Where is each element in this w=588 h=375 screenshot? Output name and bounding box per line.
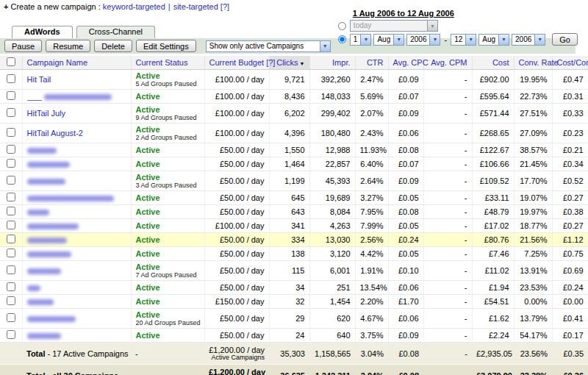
total-impressions-cell: 1,158,565 bbox=[309, 343, 355, 365]
total-budget-cell: £1,200.00 / dayActive Campaigns bbox=[204, 365, 269, 375]
conv-rate-cell: 27.09% bbox=[514, 124, 552, 143]
pause-button[interactable]: Pause bbox=[4, 40, 42, 52]
cost-cell: £595.64 bbox=[472, 90, 514, 104]
campaign-name-link[interactable]: Hit Tail bbox=[27, 75, 51, 84]
cost-cell: £80.76 bbox=[472, 233, 514, 247]
status-badge: Active bbox=[136, 283, 200, 292]
column-header-impr[interactable]: Impr. bbox=[309, 56, 355, 70]
avg-cpm-cell: - bbox=[423, 233, 472, 247]
date-range-dash: - bbox=[444, 35, 447, 44]
status-cell: Active bbox=[131, 247, 204, 261]
row-checkbox[interactable] bbox=[7, 207, 15, 215]
redacted-campaign-name bbox=[27, 179, 65, 185]
total-ctr-cell: 2.94% bbox=[355, 365, 388, 375]
status-badge: Active bbox=[136, 146, 200, 154]
row-checkbox[interactable] bbox=[7, 176, 15, 185]
column-header-current-budget[interactable]: Current Budget [?] bbox=[204, 56, 269, 70]
total-status-cell: - bbox=[131, 365, 204, 375]
total-status-cell: - bbox=[131, 343, 204, 365]
row-checkbox[interactable] bbox=[7, 193, 15, 201]
status-badge: Active bbox=[136, 125, 200, 134]
conv-rate-cell: 54.17% bbox=[514, 329, 552, 343]
column-header-avg-cpc[interactable]: Avg. CPC bbox=[388, 56, 423, 70]
column-header-cost[interactable]: Cost bbox=[472, 56, 514, 70]
to-month-select[interactable]: Aug▼ bbox=[478, 34, 509, 46]
row-checkbox[interactable] bbox=[7, 74, 15, 83]
row-checkbox[interactable] bbox=[7, 145, 15, 154]
avg-cpc-cell: £0.08 bbox=[388, 205, 423, 219]
status-cell: Active3 Ad Groups Paused bbox=[131, 171, 204, 191]
today-radio[interactable] bbox=[338, 22, 346, 30]
edit-settings-button[interactable]: Edit Settings bbox=[136, 40, 196, 52]
cost-per-conv-cell: £1.12 bbox=[552, 233, 588, 247]
campaign-name-link[interactable]: HitTail July bbox=[27, 109, 66, 118]
clicks-cell: 1,550 bbox=[269, 143, 309, 157]
row-checkbox[interactable] bbox=[7, 235, 15, 243]
table-row: HitTail JulyActive9 Ad Groups Paused£100… bbox=[0, 104, 588, 124]
to-day-select[interactable]: 12▼ bbox=[451, 34, 476, 46]
status-cell: Active bbox=[131, 281, 204, 295]
total-label-cell: Total - 17 Active Campaigns bbox=[22, 343, 131, 365]
conv-rate-cell: 38.57% bbox=[514, 143, 552, 157]
row-checkbox[interactable] bbox=[7, 265, 15, 274]
row-checkbox-cell bbox=[0, 247, 22, 261]
clicks-cell: 138 bbox=[269, 247, 309, 261]
row-checkbox[interactable] bbox=[7, 330, 15, 339]
from-year-select[interactable]: 2006▼ bbox=[406, 34, 440, 46]
select-all-checkbox-cell bbox=[0, 56, 22, 70]
clicks-cell: 24 bbox=[269, 329, 309, 343]
redacted-campaign-name bbox=[27, 210, 49, 215]
row-checkbox[interactable] bbox=[7, 313, 15, 322]
row-checkbox[interactable] bbox=[7, 249, 15, 257]
status-badge: Active bbox=[136, 235, 200, 244]
impressions-cell: 148,033 bbox=[309, 90, 355, 104]
today-select[interactable]: today▼ bbox=[350, 20, 438, 32]
total-checkbox-spacer bbox=[0, 365, 22, 375]
campaign-name-cell bbox=[22, 219, 131, 233]
row-checkbox[interactable] bbox=[7, 159, 15, 168]
table-row: Active3 Ad Groups Paused£50.00 / day1,19… bbox=[0, 171, 588, 191]
keyword-targeted-link[interactable]: keyword-targeted bbox=[103, 2, 165, 11]
row-checkbox[interactable] bbox=[7, 282, 15, 291]
campaign-name-cell bbox=[22, 205, 131, 219]
row-checkbox[interactable] bbox=[7, 296, 15, 305]
delete-button[interactable]: Delete bbox=[94, 40, 132, 52]
row-checkbox[interactable] bbox=[7, 108, 15, 117]
tab-adwords[interactable]: AdWords bbox=[12, 26, 73, 38]
custom-range-radio[interactable] bbox=[338, 35, 346, 43]
cost-cell: £2.24 bbox=[472, 329, 514, 343]
row-checkbox[interactable] bbox=[7, 128, 15, 137]
campaign-name-cell bbox=[22, 171, 131, 191]
column-header-campaign-name[interactable]: Campaign Name bbox=[22, 56, 131, 70]
budget-cell: £50.00 / day bbox=[204, 171, 269, 191]
redacted-campaign-name bbox=[27, 268, 61, 274]
avg-cpm-cell: - bbox=[423, 329, 472, 343]
resume-button[interactable]: Resume bbox=[46, 40, 90, 52]
column-header-avg-cpm[interactable]: Avg. CPM bbox=[423, 56, 472, 70]
tab-cross-channel[interactable]: Cross-Channel bbox=[76, 26, 155, 38]
avg-cpm-cell: - bbox=[423, 205, 472, 219]
row-checkbox[interactable] bbox=[7, 91, 15, 100]
column-header-current-status[interactable]: Current Status bbox=[131, 56, 204, 70]
campaign-filter-select[interactable]: Show only active Campaigns▼ bbox=[206, 40, 331, 52]
impressions-cell: 640 bbox=[309, 329, 355, 343]
select-all-checkbox[interactable] bbox=[7, 57, 15, 66]
campaign-name-cell bbox=[22, 233, 131, 247]
site-targeted-link[interactable]: site-targeted [?] bbox=[173, 2, 229, 11]
column-header-ctr[interactable]: CTR bbox=[355, 56, 388, 70]
to-year-select[interactable]: 2006▼ bbox=[512, 34, 545, 46]
from-day-select[interactable]: 1▼ bbox=[350, 34, 372, 46]
total-cost-cell: £3,079.90 bbox=[472, 365, 514, 375]
column-header-cost-conv[interactable]: Cost/Conv. bbox=[552, 56, 588, 70]
budget-cell: £50.00 / day bbox=[204, 205, 269, 219]
campaign-name-link[interactable]: HitTail August-2 bbox=[27, 129, 83, 138]
avg-cpc-cell: £0.05 bbox=[388, 219, 423, 233]
go-button[interactable]: Go bbox=[552, 33, 578, 46]
cost-per-conv-cell: £0.31 bbox=[552, 90, 588, 104]
campaign-name-cell: HitTail July bbox=[22, 104, 131, 124]
row-checkbox[interactable] bbox=[7, 221, 15, 229]
column-header-conv-rate[interactable]: Conv. Rate bbox=[514, 56, 552, 70]
campaign-name-cell bbox=[22, 247, 131, 261]
from-month-select[interactable]: Aug▼ bbox=[373, 34, 404, 46]
status-cell: Active bbox=[131, 295, 204, 309]
